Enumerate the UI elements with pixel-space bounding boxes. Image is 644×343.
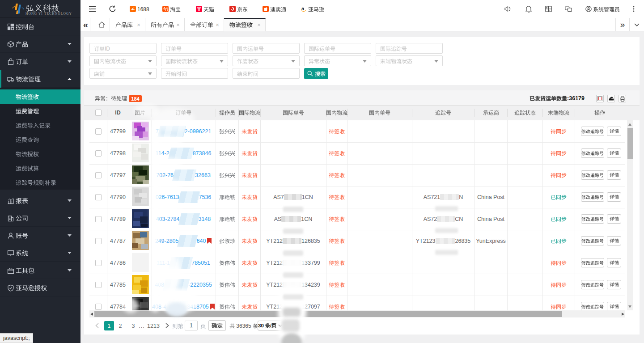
svg-text:a: a	[301, 6, 305, 11]
